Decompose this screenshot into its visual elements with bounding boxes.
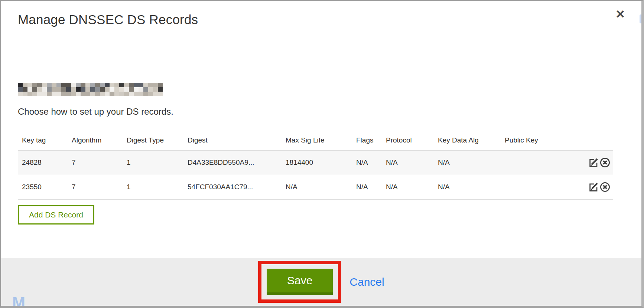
- cell-algorithm: 7: [68, 150, 123, 175]
- add-ds-record-button[interactable]: Add DS Record: [18, 205, 94, 225]
- cell-flags: N/A: [352, 150, 382, 175]
- cancel-link[interactable]: Cancel: [349, 276, 384, 288]
- table-body: 2482871D4A33E8DD550A9...1814400N/AN/AN/A…: [18, 150, 613, 199]
- background-bleed-shape: [640, 14, 642, 23]
- modal-title: Manage DNSSEC DS Records: [18, 12, 641, 27]
- column-header-public-key: Public Key: [501, 130, 556, 150]
- column-header-max-sig-life: Max Sig Life: [282, 130, 352, 150]
- column-header-actions: [556, 130, 613, 150]
- column-header-protocol: Protocol: [382, 130, 434, 150]
- cell-public-key: [501, 175, 556, 199]
- cell-digest-type: 1: [123, 150, 183, 175]
- cell-actions: [556, 175, 613, 199]
- column-header-flags: Flags: [352, 130, 382, 150]
- edit-record-button[interactable]: [587, 157, 599, 168]
- redacted-domain-name: [18, 83, 163, 96]
- edit-record-button[interactable]: [587, 181, 599, 193]
- background-bleed-text: M: [12, 294, 25, 308]
- cell-key-data-alg: N/A: [434, 150, 501, 175]
- column-header-key-data-alg: Key Data Alg: [434, 130, 501, 150]
- table-row: 2482871D4A33E8DD550A9...1814400N/AN/AN/A: [18, 150, 613, 175]
- close-icon[interactable]: ✕: [615, 9, 625, 20]
- ds-records-table: Key tagAlgorithmDigest TypeDigestMax Sig…: [18, 130, 613, 200]
- cell-max-sig-life: 1814400: [282, 150, 352, 175]
- modal-footer: Save Cancel M: [1, 258, 641, 306]
- cell-protocol: N/A: [382, 150, 434, 175]
- delete-record-button[interactable]: [599, 181, 611, 193]
- cell-public-key: [501, 150, 556, 175]
- instruction-text: Choose how to set up your DS records.: [18, 107, 641, 117]
- cell-protocol: N/A: [382, 175, 434, 199]
- cell-key-tag: 24828: [18, 150, 68, 175]
- cell-digest: 54FCF030AA1C79...: [183, 175, 282, 199]
- column-header-algorithm: Algorithm: [68, 130, 123, 150]
- cell-key-data-alg: N/A: [434, 175, 501, 199]
- table-header-row: Key tagAlgorithmDigest TypeDigestMax Sig…: [18, 130, 613, 150]
- delete-record-button[interactable]: [599, 157, 611, 168]
- table-row: 235507154FCF030AA1C79...N/AN/AN/AN/A: [18, 175, 613, 199]
- column-header-digest-type: Digest Type: [123, 130, 183, 150]
- cell-algorithm: 7: [68, 175, 123, 199]
- cell-key-tag: 23550: [18, 175, 68, 199]
- dnssec-modal: ✕ Manage DNSSEC DS Records Choose how to…: [0, 0, 644, 308]
- column-header-digest: Digest: [183, 130, 282, 150]
- cell-actions: [556, 150, 613, 175]
- column-header-key-tag: Key tag: [18, 130, 68, 150]
- save-button[interactable]: Save: [267, 269, 333, 295]
- cell-flags: N/A: [352, 175, 382, 199]
- cell-max-sig-life: N/A: [282, 175, 352, 199]
- annotation-highlight: Save: [258, 261, 341, 303]
- cell-digest-type: 1: [123, 175, 183, 199]
- cell-digest: D4A33E8DD550A9...: [183, 150, 282, 175]
